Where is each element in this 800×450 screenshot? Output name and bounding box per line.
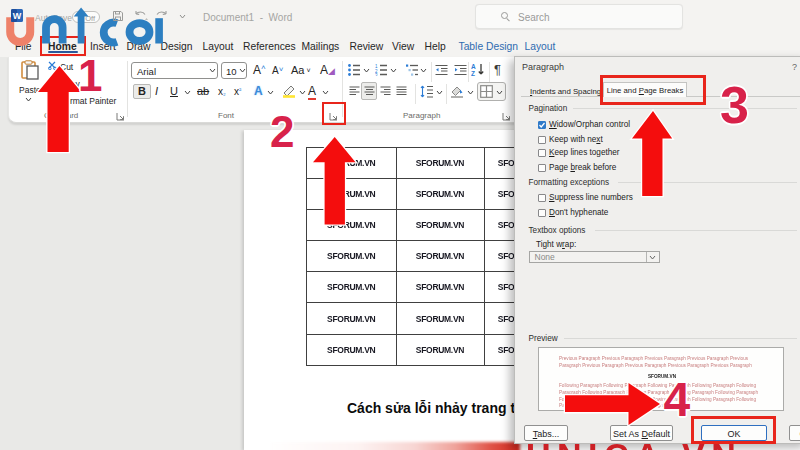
svg-text:W: W: [13, 11, 22, 21]
svg-text:A: A: [471, 63, 476, 70]
svg-text:Z: Z: [471, 70, 475, 77]
svg-text:3: 3: [375, 73, 378, 77]
